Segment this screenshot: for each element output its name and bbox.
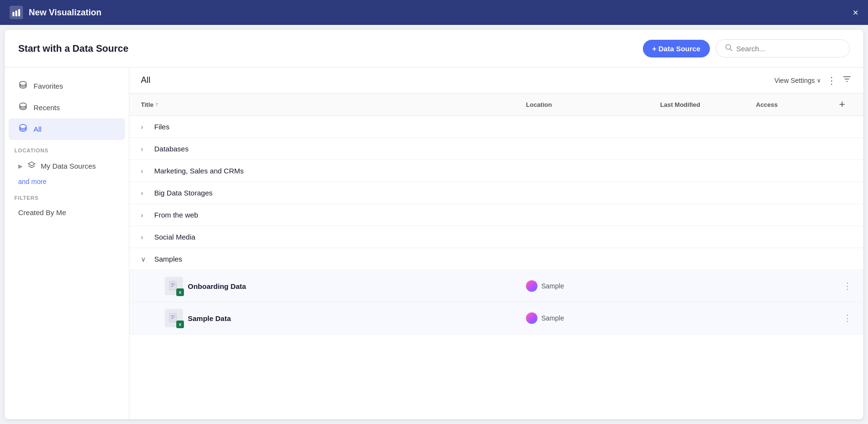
titlebar: New Visualization × [0, 0, 868, 25]
sample-data-label: Sample Data [188, 314, 231, 322]
onboarding-data-label: Onboarding Data [188, 282, 246, 290]
category-files-label: Files [154, 123, 170, 131]
data-row-onboarding: x Onboarding Data Sample ⋮ [129, 270, 863, 302]
titlebar-title: New Visualization [29, 8, 102, 18]
onboarding-location-text: Sample [541, 282, 564, 290]
category-big-data-label: Big Data Storages [154, 189, 213, 197]
chevron-right-icon: › [141, 233, 148, 241]
category-row-big-data[interactable]: › Big Data Storages [129, 182, 863, 204]
sample-more-button[interactable]: ⋮ [843, 313, 852, 323]
sample-actions: ⋮ [833, 313, 852, 323]
recents-icon [18, 102, 28, 114]
excel-badge: x [176, 321, 184, 328]
category-row-databases[interactable]: › Databases [129, 138, 863, 160]
sidebar: Favorites Recents [5, 68, 129, 419]
view-settings-button[interactable]: View Settings ∨ [774, 77, 821, 84]
search-bar [716, 39, 850, 57]
search-input[interactable] [736, 45, 841, 53]
favorites-label: Favorites [34, 82, 63, 90]
svg-rect-14 [170, 281, 176, 290]
svg-rect-2 [18, 9, 20, 16]
category-row-from-web[interactable]: › From the web [129, 204, 863, 226]
content-area: Favorites Recents [5, 68, 863, 419]
sidebar-item-created-by-me[interactable]: Created By Me [9, 204, 125, 221]
sample-location: Sample [526, 312, 660, 324]
table-body: › Files › Databases › Marketing, Sales a… [129, 116, 863, 419]
chevron-right-icon: › [141, 167, 148, 175]
search-icon [725, 44, 732, 53]
svg-rect-17 [171, 286, 173, 287]
col-title-header[interactable]: Title ↑ [141, 101, 526, 108]
svg-rect-16 [171, 285, 175, 286]
data-icon-area: x Onboarding Data [141, 277, 526, 295]
chevron-down-icon: ∨ [141, 255, 148, 263]
more-options-button[interactable]: ⋮ [827, 75, 836, 86]
layers-icon [27, 161, 36, 171]
excel-badge: x [176, 288, 184, 296]
onboarding-location: Sample [526, 280, 660, 292]
panel-title: All [141, 75, 150, 85]
chevron-right-icon: › [141, 189, 148, 197]
header: Start with a Data Source + Data Source [5, 30, 863, 68]
file-icon-wrapper: x [165, 309, 183, 327]
svg-line-4 [730, 49, 732, 51]
sample-location-text: Sample [541, 314, 564, 322]
page-title: Start with a Data Source [18, 43, 128, 54]
category-row-marketing[interactable]: › Marketing, Sales and CRMs [129, 160, 863, 182]
category-samples-label: Samples [154, 255, 182, 263]
onboarding-more-button[interactable]: ⋮ [843, 281, 852, 291]
svg-rect-18 [170, 313, 176, 322]
location-avatar-icon [526, 280, 537, 292]
col-location-header: Location [526, 101, 660, 108]
svg-rect-15 [171, 283, 175, 284]
locations-section-label: LOCATIONS [5, 140, 129, 156]
chevron-right-icon: › [141, 123, 148, 131]
svg-rect-19 [171, 315, 175, 316]
location-avatar-icon [526, 312, 537, 324]
table-header: Title ↑ Location Last Modified Access + [129, 93, 863, 116]
svg-point-10 [20, 103, 26, 107]
add-data-source-button[interactable]: + Data Source [643, 40, 710, 57]
category-row-social-media[interactable]: › Social Media [129, 226, 863, 248]
category-row-files[interactable]: › Files [129, 116, 863, 138]
my-data-sources-label: My Data Sources [41, 162, 96, 170]
sidebar-item-all[interactable]: All [9, 118, 125, 140]
created-by-me-label: Created By Me [18, 208, 66, 217]
sidebar-item-favorites[interactable]: Favorites [9, 75, 125, 97]
svg-rect-21 [171, 318, 173, 319]
file-icon-wrapper: x [165, 277, 183, 295]
category-social-media-label: Social Media [154, 233, 195, 241]
and-more-link[interactable]: and more [9, 176, 125, 187]
svg-rect-20 [171, 317, 175, 318]
category-databases-label: Databases [154, 145, 189, 153]
all-icon [18, 123, 28, 135]
header-actions: + Data Source [643, 39, 850, 57]
filter-button[interactable] [842, 74, 852, 86]
all-label: All [34, 125, 42, 133]
favorites-icon [18, 80, 28, 92]
category-row-samples[interactable]: ∨ Samples [129, 248, 863, 270]
titlebar-left: New Visualization [10, 6, 102, 19]
svg-point-13 [20, 125, 26, 128]
sidebar-item-my-data-sources[interactable]: ▶ My Data Sources [9, 156, 125, 176]
data-row-sample: x Sample Data Sample ⋮ [129, 302, 863, 334]
close-button[interactable]: × [853, 7, 858, 18]
view-settings-label: View Settings [774, 77, 815, 84]
chevron-right-icon: › [141, 145, 148, 153]
onboarding-actions: ⋮ [833, 281, 852, 291]
panel-header: All View Settings ∨ ⋮ [129, 68, 863, 93]
sidebar-item-recents[interactable]: Recents [9, 97, 125, 118]
col-add-header[interactable]: + [833, 98, 852, 111]
svg-rect-0 [12, 12, 14, 16]
main-container: Start with a Data Source + Data Source [5, 30, 863, 419]
svg-point-7 [20, 81, 26, 85]
expand-arrow-icon: ▶ [18, 163, 23, 170]
panel-actions: View Settings ∨ ⋮ [774, 74, 852, 86]
chart-icon [10, 6, 23, 19]
chevron-down-icon: ∨ [817, 77, 821, 84]
data-icon-area: x Sample Data [141, 309, 526, 327]
sort-arrow-icon: ↑ [156, 101, 159, 108]
main-panel: All View Settings ∨ ⋮ [129, 68, 863, 419]
category-from-web-label: From the web [154, 211, 198, 219]
recents-label: Recents [34, 103, 60, 112]
